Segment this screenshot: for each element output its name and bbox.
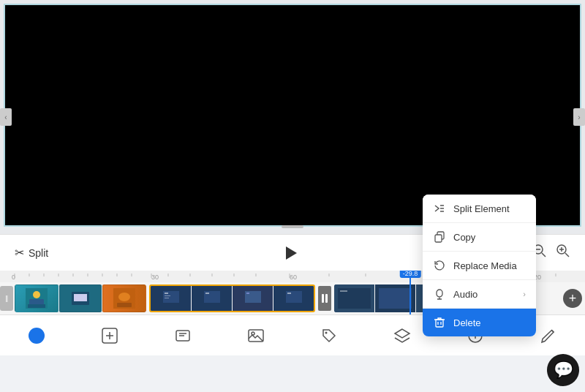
clip-3	[102, 284, 146, 312]
menu-item-audio[interactable]: Audio ›	[423, 280, 536, 308]
play-button[interactable]	[277, 240, 303, 266]
play-icon	[286, 246, 297, 260]
bottom-btn-pen[interactable]	[532, 322, 565, 350]
clip-5	[192, 286, 232, 311]
scroll-indicator	[282, 225, 303, 228]
clip-group-1	[15, 284, 146, 312]
svg-rect-59	[379, 288, 412, 309]
menu-label-audio: Audio	[453, 289, 478, 300]
chat-button[interactable]: 💬	[547, 354, 579, 386]
svg-rect-43	[165, 293, 168, 294]
pause-marker-left	[318, 286, 331, 311]
audio-arrow-icon: ›	[523, 290, 526, 298]
clip-2	[59, 284, 102, 312]
svg-rect-37	[74, 294, 87, 301]
clip-group-2	[149, 284, 315, 312]
video-left-nav[interactable]: ‹	[0, 108, 12, 126]
copy-icon	[433, 230, 446, 244]
svg-point-39	[118, 293, 130, 301]
chat-icon: 💬	[554, 361, 573, 380]
bottom-btn-tag[interactable]	[312, 322, 346, 350]
svg-rect-51	[246, 293, 249, 294]
svg-point-68	[325, 331, 328, 333]
clip-6	[233, 286, 273, 311]
svg-rect-34	[28, 304, 45, 308]
playhead-area	[317, 286, 331, 311]
svg-rect-79	[436, 320, 443, 327]
svg-rect-76	[435, 235, 442, 242]
zoom-in-button[interactable]	[556, 244, 570, 262]
clip-7	[273, 286, 314, 311]
bottom-btn-text[interactable]	[166, 322, 200, 350]
clip-8	[334, 284, 374, 312]
audio-icon	[433, 287, 446, 301]
timeline-left-handle[interactable]: ‖	[0, 286, 13, 311]
svg-point-67	[252, 332, 254, 335]
bottom-btn-image[interactable]	[239, 322, 273, 350]
video-screen	[4, 4, 581, 227]
text-icon	[173, 326, 192, 345]
menu-label-replace: Replace Media	[453, 260, 517, 271]
circle-icon	[27, 326, 46, 345]
menu-label-copy: Copy	[453, 232, 475, 243]
menu-item-copy[interactable]: Copy	[423, 223, 536, 251]
svg-rect-32	[29, 299, 44, 305]
pen-icon	[539, 326, 558, 345]
bottom-btn-add[interactable]	[93, 322, 127, 350]
svg-rect-40	[117, 303, 132, 307]
svg-rect-44	[165, 295, 170, 296]
menu-item-split[interactable]: Split Element	[423, 195, 536, 222]
svg-point-33	[33, 291, 40, 298]
svg-rect-48	[205, 293, 209, 294]
add-clip-button[interactable]: +	[563, 289, 582, 308]
svg-rect-57	[340, 290, 347, 292]
video-right-nav[interactable]: ›	[573, 108, 585, 126]
scissors-icon: ✂	[15, 246, 24, 260]
clip-4	[151, 286, 191, 311]
svg-line-6	[565, 253, 569, 257]
menu-item-delete[interactable]: Delete	[423, 309, 536, 336]
playhead[interactable]: -29.8	[410, 271, 411, 314]
menu-label-split: Split Element	[453, 203, 510, 214]
add-square-icon	[100, 326, 119, 345]
clip-1	[15, 284, 58, 312]
replace-icon	[433, 259, 446, 272]
svg-rect-54	[287, 293, 291, 294]
playhead-label: -29.8	[400, 271, 421, 278]
tag-icon	[320, 326, 339, 345]
image-icon	[246, 326, 265, 345]
split-button[interactable]: ✂ Split	[15, 246, 48, 260]
svg-line-2	[542, 253, 546, 257]
svg-rect-45	[165, 298, 169, 298]
context-menu: Split Element Copy Replace Media Audio ›…	[423, 195, 536, 336]
toolbar-right	[532, 244, 570, 262]
trash-icon	[433, 316, 446, 329]
bottom-btn-layers[interactable]	[385, 322, 419, 350]
menu-item-replace-media[interactable]: Replace Media	[423, 252, 536, 279]
split-label: Split	[29, 247, 48, 259]
layers-icon	[393, 326, 412, 345]
bottom-btn-circle[interactable]	[20, 322, 53, 350]
menu-label-delete: Delete	[453, 317, 481, 328]
split-icon	[433, 202, 446, 215]
